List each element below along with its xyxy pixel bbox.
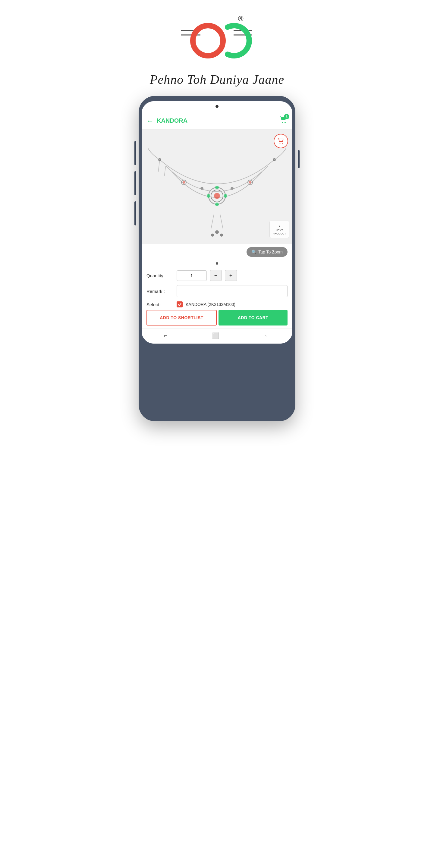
- oc-logo: ®: [175, 12, 259, 69]
- volume-up-button: [134, 141, 136, 165]
- cart-floating-button[interactable]: [274, 134, 288, 148]
- phone-frame: ← KANDORA 6: [138, 96, 296, 421]
- quantity-minus-button[interactable]: −: [210, 270, 222, 281]
- svg-point-28: [230, 187, 234, 190]
- svg-point-26: [249, 181, 251, 184]
- logo-tagline: Pehno Toh Duniya Jaane: [150, 72, 284, 87]
- svg-text:®: ®: [238, 14, 244, 23]
- cart-header-button[interactable]: 6: [279, 116, 287, 126]
- cart-badge: 6: [284, 114, 289, 119]
- remark-label: Remark :: [147, 289, 174, 294]
- bixby-button: [134, 201, 136, 225]
- svg-point-9: [282, 144, 283, 144]
- next-product-label: NEXTPRODUCT: [273, 229, 286, 236]
- image-dots: [142, 260, 292, 267]
- next-product-button[interactable]: › NEXTPRODUCT: [270, 221, 290, 238]
- zoom-icon: 🔍: [251, 250, 256, 254]
- svg-point-31: [215, 230, 219, 234]
- phone-nav-bar: ⌐ ⬜ ←: [142, 329, 292, 344]
- page-title: KANDORA: [157, 117, 279, 124]
- logo-area: ® Pehno Toh Duniya Jaane: [150, 12, 284, 87]
- select-checkbox[interactable]: [177, 301, 183, 307]
- svg-point-33: [220, 234, 223, 237]
- svg-point-15: [214, 193, 220, 199]
- nav-recent-icon[interactable]: ⌐: [164, 333, 167, 339]
- remark-row: Remark :: [147, 285, 287, 297]
- tap-zoom-button[interactable]: 🔍 Tap To Zoom: [247, 247, 287, 257]
- svg-point-17: [224, 194, 227, 198]
- svg-point-5: [193, 26, 223, 56]
- tap-zoom-label: Tap To Zoom: [258, 250, 283, 254]
- add-to-cart-button[interactable]: ADD TO CART: [218, 310, 287, 326]
- product-form: Quantity − + Remark : Select : KANDORA (…: [142, 267, 292, 329]
- phone-status-bar: [142, 101, 292, 112]
- select-label: Select :: [147, 302, 174, 307]
- back-button[interactable]: ←: [147, 117, 154, 125]
- dot-active: [216, 262, 218, 265]
- product-image-area: › NEXTPRODUCT: [142, 130, 292, 244]
- svg-point-7: [284, 122, 286, 123]
- svg-point-6: [282, 122, 283, 123]
- camera-dot: [216, 105, 218, 108]
- quantity-row: Quantity − +: [147, 270, 287, 281]
- tap-zoom-area: 🔍 Tap To Zoom: [142, 244, 292, 260]
- svg-point-19: [207, 194, 210, 198]
- quantity-input[interactable]: [177, 270, 207, 281]
- select-value: KANDORA (2K2132M100): [186, 302, 236, 307]
- select-row: Select : KANDORA (2K2132M100): [147, 301, 287, 307]
- nav-back-icon[interactable]: ←: [264, 332, 270, 339]
- volume-down-button: [134, 171, 136, 195]
- svg-point-32: [211, 234, 214, 237]
- quantity-plus-button[interactable]: +: [225, 270, 237, 281]
- svg-point-27: [200, 187, 204, 190]
- power-button: [298, 150, 300, 168]
- nav-home-icon[interactable]: ⬜: [212, 332, 219, 339]
- app-header: ← KANDORA 6: [142, 112, 292, 130]
- next-chevron-icon: ›: [278, 223, 280, 229]
- add-to-shortlist-button[interactable]: ADD TO SHORTLIST: [147, 310, 217, 326]
- quantity-label: Quantity: [147, 273, 174, 278]
- remark-input[interactable]: [177, 285, 287, 297]
- svg-point-16: [215, 186, 219, 189]
- phone-screen: ← KANDORA 6: [142, 101, 292, 344]
- action-buttons: ADD TO SHORTLIST ADD TO CART: [147, 310, 287, 326]
- svg-point-8: [280, 144, 281, 144]
- svg-point-24: [183, 181, 185, 184]
